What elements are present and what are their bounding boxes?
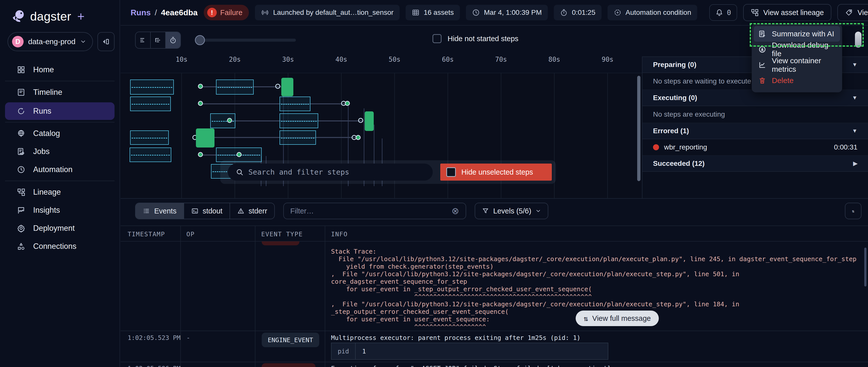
sidebar-item-automation[interactable]: Automation [0, 161, 120, 178]
sidebar-item-catalog[interactable]: Catalog [0, 125, 120, 142]
clear-filter-icon[interactable]: ⊗ [452, 206, 459, 216]
event-timestamp: 1:02:05.523 PM [128, 334, 181, 341]
gantt-step-pending[interactable] [280, 97, 310, 111]
gantt-mode-timed-button[interactable] [166, 32, 180, 48]
tab-events[interactable]: Events [135, 203, 184, 219]
warning-triangle-icon [237, 207, 245, 215]
sidebar-item-label: Catalog [33, 129, 60, 138]
axis-tick: 80s [549, 56, 560, 63]
column-header-op: OP [186, 231, 195, 238]
column-header-info: INFO [331, 231, 348, 238]
gantt-step-pending[interactable] [216, 79, 254, 95]
chevron-expanded-icon: ▼ [852, 128, 858, 134]
trash-icon [758, 76, 766, 85]
download-icon [758, 45, 766, 54]
checkbox[interactable] [433, 34, 441, 43]
dagster-logo[interactable]: dagster + [11, 9, 85, 24]
breadcrumb-runs-link[interactable]: Runs [131, 8, 151, 17]
menu-item-container-metrics[interactable]: View container metrics [754, 57, 840, 73]
launched-by-tag[interactable]: Launched by default_aut…tion_sensor [255, 5, 399, 20]
automation-condition-tag[interactable]: Automation condition [608, 5, 698, 20]
gantt-mode-waterfall-button[interactable] [151, 32, 166, 48]
sidebar-item-timeline[interactable]: Timeline [0, 83, 120, 101]
log-filter-input[interactable] [290, 207, 447, 215]
gantt-mode-flat-button[interactable] [135, 32, 151, 48]
events-scrollbar-thumb[interactable] [864, 247, 867, 287]
gantt-step-pending[interactable] [130, 79, 174, 95]
row-divider [121, 331, 868, 331]
gantt-step-pending[interactable] [280, 113, 318, 128]
timeline-icon [17, 88, 26, 97]
gantt-step-pending[interactable] [130, 130, 169, 145]
chevron-expanded-icon: ▼ [852, 62, 858, 68]
sidebar-item-home[interactable]: Home [0, 61, 120, 79]
menu-item-label: Download debug file [772, 41, 836, 58]
notifications-button[interactable]: 0 [709, 4, 737, 21]
view-tags-config-button[interactable]: View tags and config [837, 4, 868, 21]
sidebar-item-label: Runs [33, 107, 51, 115]
section-errored[interactable]: Errored (1) ▼ [643, 123, 868, 139]
tag-label: Launched by default_aut…tion_sensor [273, 8, 393, 16]
levels-label: Levels (5/6) [493, 207, 531, 215]
button-label: View tags and config [858, 8, 868, 17]
divider [5, 180, 115, 181]
step-search-input[interactable] [248, 168, 425, 176]
menu-item-delete[interactable]: Delete [754, 73, 840, 88]
sidebar-item-runs[interactable]: Runs [5, 102, 115, 120]
sidebar-item-lineage[interactable]: Lineage [0, 183, 120, 201]
assets-tag[interactable]: 16 assets [406, 5, 460, 20]
collapse-sidebar-button[interactable] [97, 32, 115, 51]
hide-unselected-checkbox[interactable] [446, 167, 456, 177]
gantt-step-pending[interactable] [280, 130, 316, 145]
deployment-switcher[interactable]: D data-eng-prod [7, 32, 93, 51]
sidebar-item-deployment[interactable]: Deployment [0, 219, 120, 237]
gantt-step-pending[interactable] [130, 97, 171, 111]
menu-item-label: Delete [772, 76, 794, 85]
view-full-message-button[interactable]: ⇅ View full message [576, 310, 659, 326]
sidebar-item-connections[interactable]: Connections [0, 237, 120, 255]
gantt-step-success[interactable] [196, 128, 215, 147]
view-asset-lineage-button[interactable]: View asset lineage [743, 4, 831, 21]
sensor-icon [261, 8, 269, 16]
gantt-marker-dot [355, 135, 361, 140]
step-search-box[interactable] [228, 164, 433, 180]
gantt-zoom-slider-handle[interactable] [195, 35, 205, 45]
gantt-marker-dot [198, 101, 203, 106]
errored-step-row[interactable]: wbr_reporting 0:00:31 [643, 139, 868, 156]
hide-unselected-highlight[interactable]: Hide unselected steps [440, 164, 552, 180]
sidebar-item-label: Automation [33, 165, 72, 174]
gantt-zoom-slider[interactable] [196, 39, 296, 42]
menu-item-download-debug[interactable]: Download debug file [754, 42, 840, 57]
scrollbar-thumb[interactable] [855, 32, 862, 48]
gantt-step-success[interactable] [365, 111, 374, 131]
gantt-scrollbar-thumb[interactable] [637, 76, 641, 181]
menu-item-summarize-ai[interactable]: Summarize with AI [754, 26, 840, 42]
tab-stderr[interactable]: stderr [230, 203, 274, 219]
list-icon [143, 207, 150, 215]
gantt-step-pending[interactable] [130, 147, 171, 162]
step-name: wbr_reporting [664, 143, 707, 151]
sidebar-nav: Home Timeline Runs Catalog Jobs [0, 61, 120, 255]
brand-plus: + [78, 9, 85, 24]
gantt-marker-dot [198, 152, 203, 157]
event-type-badge: RUN_FAILURE [262, 363, 315, 367]
axis-tick: 20s [229, 56, 241, 63]
status-label: Failure [220, 8, 243, 17]
sidebar-item-insights[interactable]: Insights [0, 201, 120, 219]
tab-stdout[interactable]: stdout [184, 203, 230, 219]
log-filter-box[interactable]: ⊗ [283, 203, 466, 219]
gantt-marker-circle [275, 84, 280, 89]
scroll-top-bottom-button[interactable]: ⇅ [845, 203, 862, 219]
section-title: Executing (0) [653, 94, 697, 102]
hide-not-started-checkbox[interactable]: Hide not started steps [433, 34, 518, 43]
run-id: 4eae6dba [161, 8, 198, 17]
divider [5, 122, 115, 123]
gantt-step-success[interactable] [281, 78, 293, 96]
levels-dropdown[interactable]: Levels (5/6) [475, 203, 549, 219]
button-label: View asset lineage [763, 8, 824, 17]
section-executing[interactable]: Executing (0) ▼ [643, 90, 868, 106]
chevron-down-icon [535, 208, 541, 214]
sidebar-item-jobs[interactable]: Jobs [0, 142, 120, 161]
section-succeeded[interactable]: Succeeded (12) ▶ [643, 156, 868, 172]
axis-tick: 70s [495, 56, 507, 63]
